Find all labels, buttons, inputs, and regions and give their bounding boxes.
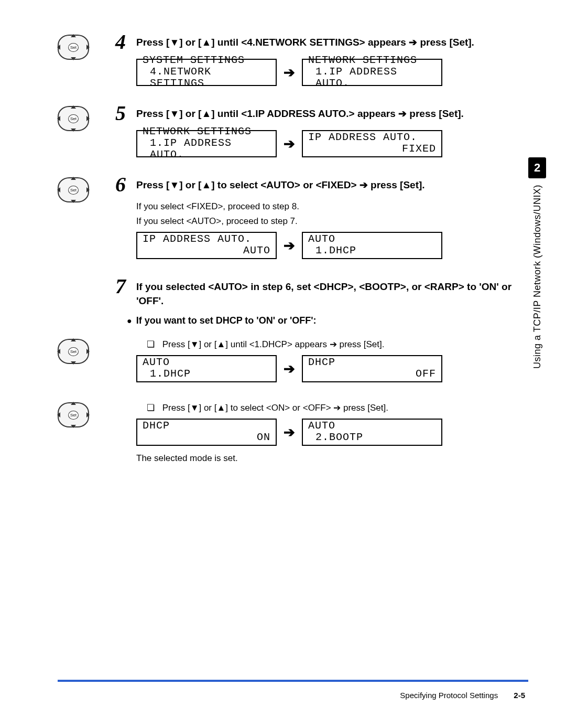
step-6-text: Press [] or [] to select <AUTO> or <FIXE…	[136, 174, 425, 192]
right-arrow-icon	[330, 339, 337, 349]
footer: Specifying Protocol Settings 2-5	[400, 691, 525, 700]
right-arrow-icon	[283, 424, 296, 441]
lcd-display: NETWORK SETTINGS 1.IP ADDRESS AUTO.	[136, 130, 277, 157]
up-arrow-icon	[216, 339, 225, 349]
down-arrow-icon	[190, 339, 199, 349]
footer-divider	[58, 680, 528, 682]
step-5-text: Press [] or [] until <1.IP ADDRESS AUTO.…	[136, 103, 464, 121]
dpad-icon: Set	[58, 35, 89, 60]
step-6-note-2: If you select <AUTO>, proceed to step 7.	[136, 216, 514, 227]
right-arrow-icon	[283, 65, 296, 81]
lcd-display: NETWORK SETTINGS 1.IP ADDRESS AUTO.	[302, 59, 442, 86]
step-7-result: The selected mode is set.	[136, 453, 514, 464]
step-number-4: 4	[115, 31, 130, 52]
step-7-bullet: If you want to set DHCP to 'ON' or 'OFF'…	[127, 315, 514, 326]
dpad-icon: Set	[58, 106, 89, 131]
dpad-icon: Set	[58, 339, 89, 364]
set-button-icon: Set	[68, 43, 79, 52]
step-7-text: If you selected <AUTO> in step 6, set <D…	[136, 276, 514, 308]
up-arrow-icon	[201, 108, 211, 119]
down-arrow-icon	[169, 179, 179, 190]
up-arrow-icon	[216, 403, 225, 413]
down-arrow-icon	[190, 403, 199, 413]
set-button-icon: Set	[68, 186, 79, 195]
up-arrow-icon	[201, 37, 211, 48]
step-number-5: 5	[115, 103, 130, 124]
lcd-display: AUTO 2.BOOTP	[302, 419, 442, 446]
right-arrow-icon	[409, 37, 417, 48]
lcd-display: AUTO 1.DHCP	[302, 232, 442, 259]
lcd-display: DHCP ON	[136, 419, 277, 446]
step-7-sub-1: Press [] or [] until <1.DHCP> appears pr…	[147, 339, 514, 350]
chapter-title: Using a TCP/IP Network (Windows/UNIX)	[532, 185, 543, 369]
step-number-6: 6	[115, 174, 130, 195]
up-arrow-icon	[201, 179, 211, 190]
step-4-text: Press [] or [] until <4.NETWORK SETTINGS…	[136, 31, 474, 50]
lcd-display: IP ADDRESS AUTO. FIXED	[302, 130, 442, 157]
step-7-sub-2: Press [] or [] to select <ON> or <OFF> p…	[147, 402, 514, 413]
chapter-number: 2	[528, 157, 546, 178]
page-number: 2-5	[514, 691, 525, 700]
lcd-display: SYSTEM SETTINGS 4.NETWORK SETTINGS	[136, 59, 277, 86]
set-button-icon: Set	[68, 114, 79, 123]
set-button-icon: Set	[68, 411, 79, 420]
step-6-note-1: If you select <FIXED>, proceed to step 8…	[136, 201, 514, 212]
right-arrow-icon	[360, 179, 368, 190]
step-number-7: 7	[115, 276, 130, 297]
dpad-icon: Set	[58, 177, 89, 202]
lcd-display: IP ADDRESS AUTO. AUTO	[136, 232, 277, 259]
set-button-icon: Set	[68, 347, 79, 356]
chapter-tab: 2 Using a TCP/IP Network (Windows/UNIX)	[528, 157, 546, 369]
down-arrow-icon	[169, 108, 179, 119]
right-arrow-icon	[283, 361, 296, 377]
right-arrow-icon	[398, 108, 407, 119]
right-arrow-icon	[333, 403, 341, 413]
down-arrow-icon	[169, 37, 179, 48]
right-arrow-icon	[283, 238, 296, 254]
dpad-icon: Set	[58, 402, 89, 427]
lcd-display: DHCP OFF	[302, 355, 442, 382]
right-arrow-icon	[283, 136, 296, 152]
lcd-display: AUTO 1.DHCP	[136, 355, 277, 382]
footer-section: Specifying Protocol Settings	[400, 691, 498, 700]
